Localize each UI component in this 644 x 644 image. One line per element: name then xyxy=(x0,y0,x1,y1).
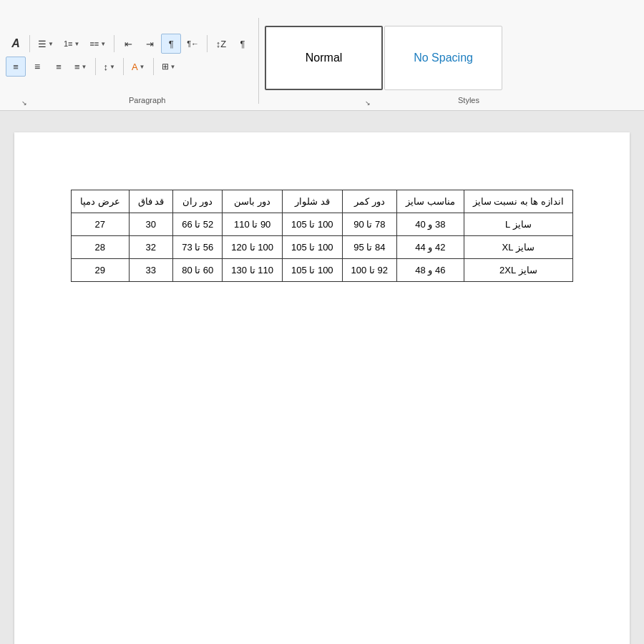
main-content-wrapper: اندازه ها به نسبت سایز مناسب سایز دور کم… xyxy=(0,111,644,644)
line-spacing-icon: ↕ xyxy=(104,62,109,72)
row1-trouser: 100 تا 105 xyxy=(282,213,342,236)
row1-size: سایز L xyxy=(464,213,572,236)
separator-6 xyxy=(153,58,154,75)
chevron-down-icon: ▼ xyxy=(82,64,87,70)
increase-indent-icon: ⇥ xyxy=(146,39,154,49)
header-hip: دور باسن xyxy=(223,190,283,213)
multilevel-list-icon: ≡≡ xyxy=(89,39,99,48)
row3-size: سایز 2XL xyxy=(464,259,572,282)
align-center-button[interactable]: ≡ xyxy=(27,57,47,77)
align-center-icon: ≡ xyxy=(34,61,40,72)
row3-leg-width: 29 xyxy=(71,259,129,282)
paragraph-section-label: Paragraph xyxy=(129,96,165,104)
paragraph-toolbar: A ☰ ▼ 1≡ ▼ ≡≡ ▼ ⇤ xyxy=(6,34,253,77)
table-header-row: اندازه ها به نسبت سایز مناسب سایز دور کم… xyxy=(71,190,572,213)
align-left-icon: ≡ xyxy=(13,62,19,72)
row1-waist: 78 تا 90 xyxy=(342,213,396,236)
chevron-down-icon: ▼ xyxy=(170,64,176,70)
decrease-indent-icon: ⇤ xyxy=(125,39,132,49)
content-area: اندازه ها به نسبت سایز مناسب سایز دور کم… xyxy=(0,111,644,644)
style-no-spacing-label: No Spacing xyxy=(414,52,473,64)
rtl-paragraph-button[interactable]: ¶← xyxy=(182,34,203,54)
borders-icon: ⊞ xyxy=(162,62,169,72)
multilevel-list-button[interactable]: ≡≡ ▼ xyxy=(85,34,110,54)
style-normal-button[interactable]: Normal xyxy=(265,26,383,90)
row3-inseam: 33 xyxy=(129,259,173,282)
shading-icon: A xyxy=(132,62,138,72)
row1-thigh: 52 تا 66 xyxy=(173,213,223,236)
chevron-down-icon: ▼ xyxy=(74,41,79,47)
shading-button[interactable]: A ▼ xyxy=(127,57,150,77)
row3-thigh: 60 تا 80 xyxy=(173,259,223,282)
separator-1 xyxy=(29,35,30,52)
row2-leg-width: 28 xyxy=(71,236,129,259)
show-hide-button[interactable]: ¶ xyxy=(161,34,181,54)
chevron-down-icon: ▼ xyxy=(100,41,106,47)
toolbar-row-2: ≡ ≡ ≡ ≡ ▼ ↕ ▼ A xyxy=(6,57,253,77)
styles-section-label: Styles xyxy=(458,96,479,104)
row1-hip: 90 تا 110 xyxy=(223,213,283,236)
size-table: اندازه ها به نسبت سایز مناسب سایز دور کم… xyxy=(71,190,573,282)
row3-suitable: 46 و 48 xyxy=(397,259,464,282)
row2-thigh: 56 تا 73 xyxy=(173,236,223,259)
sort-icon: ↕Z xyxy=(216,39,226,49)
style-no-spacing-button[interactable]: No Spacing xyxy=(384,26,502,90)
paragraph-expand-icon[interactable]: ↘ xyxy=(21,99,27,107)
toolbar-row-1: A ☰ ▼ 1≡ ▼ ≡≡ ▼ ⇤ xyxy=(6,34,253,54)
row1-leg-width: 27 xyxy=(71,213,129,236)
pilcrow-show-button[interactable]: ¶ xyxy=(233,34,253,54)
rtl-icon: ¶← xyxy=(187,39,199,48)
row2-size: سایز XL xyxy=(464,236,572,259)
pilcrow-icon: ¶ xyxy=(169,39,174,49)
separator-3 xyxy=(207,35,208,52)
row2-suitable: 42 و 44 xyxy=(397,236,464,259)
chevron-down-icon: ▼ xyxy=(48,41,54,47)
sort-button[interactable]: ↕Z xyxy=(211,34,231,54)
header-suitable: مناسب سایز xyxy=(397,190,464,213)
paragraph-expand2-icon[interactable]: ↘ xyxy=(365,99,371,107)
toolbar: A ☰ ▼ 1≡ ▼ ≡≡ ▼ ⇤ xyxy=(0,0,644,111)
align-right-icon: ≡ xyxy=(56,62,62,72)
justify-button[interactable]: ≡ ▼ xyxy=(70,57,92,77)
font-button[interactable]: A xyxy=(6,34,26,54)
row3-waist: 92 تا 100 xyxy=(342,259,396,282)
row1-inseam: 30 xyxy=(129,213,173,236)
bullet-list-button[interactable]: ☰ ▼ xyxy=(34,34,58,54)
increase-indent-button[interactable]: ⇥ xyxy=(140,34,160,54)
row1-suitable: 38 و 40 xyxy=(397,213,464,236)
style-normal-label: Normal xyxy=(306,52,343,64)
header-size-label: اندازه ها به نسبت سایز xyxy=(464,190,572,213)
bullet-list-icon: ☰ xyxy=(38,39,47,49)
header-inseam: قد فاق xyxy=(129,190,173,213)
table-row: سایز XL 42 و 44 84 تا 95 100 تا 105 100 … xyxy=(71,236,572,259)
table-row: سایز 2XL 46 و 48 92 تا 100 100 تا 105 11… xyxy=(71,259,572,282)
header-waist: دور کمر xyxy=(342,190,396,213)
justify-icon: ≡ xyxy=(74,62,80,72)
borders-button[interactable]: ⊞ ▼ xyxy=(157,57,180,77)
separator-2 xyxy=(114,35,114,52)
chevron-down-icon: ▼ xyxy=(109,64,115,70)
line-spacing-button[interactable]: ↕ ▼ xyxy=(99,57,119,77)
header-thigh: دور ران xyxy=(173,190,223,213)
row3-hip: 110 تا 130 xyxy=(223,259,283,282)
align-right-button[interactable]: ≡ xyxy=(49,57,69,77)
row2-inseam: 32 xyxy=(129,236,173,259)
styles-section: Normal No Spacing xyxy=(265,9,638,102)
numbered-list-button[interactable]: 1≡ ▼ xyxy=(59,34,84,54)
toolbar-section-divider xyxy=(258,18,259,104)
table-row: سایز L 38 و 40 78 تا 90 100 تا 105 90 تا… xyxy=(71,213,572,236)
header-leg-width: عرض دمپا xyxy=(71,190,129,213)
font-icon: A xyxy=(11,37,20,50)
row2-trouser: 100 تا 105 xyxy=(282,236,342,259)
pilcrow2-icon: ¶ xyxy=(240,39,245,49)
row3-trouser: 100 تا 105 xyxy=(282,259,342,282)
chevron-down-icon: ▼ xyxy=(140,64,145,70)
row2-waist: 84 تا 95 xyxy=(342,236,396,259)
separator-4 xyxy=(95,58,96,75)
document: اندازه ها به نسبت سایز مناسب سایز دور کم… xyxy=(14,132,630,644)
row2-hip: 100 تا 120 xyxy=(223,236,283,259)
align-left-button[interactable]: ≡ xyxy=(6,57,26,77)
separator-5 xyxy=(123,58,124,75)
decrease-indent-button[interactable]: ⇤ xyxy=(118,34,138,54)
header-trouser-length: قد شلوار xyxy=(282,190,342,213)
